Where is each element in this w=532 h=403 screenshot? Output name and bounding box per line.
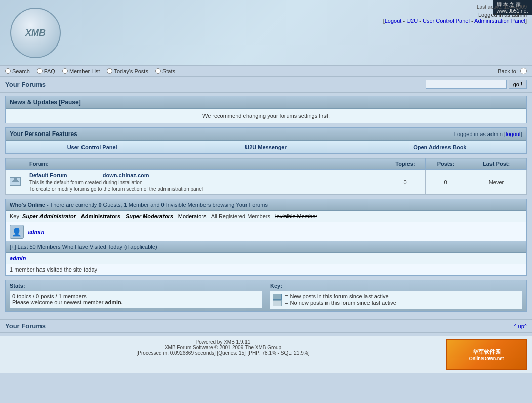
news-section-header: News & Updates [Pause] [6,96,526,109]
todays-posts-radio[interactable] [107,68,112,74]
key-admin: Administrators [81,213,120,219]
forum-posts-cell: 0 [426,170,466,195]
back-to-radio[interactable] [520,68,527,74]
visited-admin-link[interactable]: admin [10,255,26,261]
stats-newest-member: admin. [105,299,122,305]
personal-features-header: Your Personal Features Logged in as admi… [6,128,526,141]
key-label: Key: [10,213,22,219]
stats-title: Stats: [10,283,262,289]
key-super-mod: Super Moderators [126,213,173,219]
member-list-nav-label: Member List [69,68,100,74]
ucp-link[interactable]: User Control Panel [423,18,470,24]
forum-search-button[interactable]: go!! [509,80,527,89]
personal-feature-buttons: User Control Panel U2U Messenger Open Ad… [6,141,526,153]
footer: 华军软件园 OnlineDown.net Powered by XMB 1.9.… [0,336,532,373]
navbar: Search FAQ Member List Today's Posts Sta… [0,66,532,77]
no-new-posts-label: = No new posts in this forum since last … [285,300,396,306]
todays-posts-nav-item[interactable]: Today's Posts [107,68,148,74]
whos-online-header: Who's Online - There are currently 0 Gue… [6,199,526,211]
stats-nav-label: Stats [162,68,175,74]
u2u-button[interactable]: U2U Messenger [179,141,353,153]
forum-table-forum-header: Forum: [25,158,385,170]
stats-line: 0 topics / 0 posts / 1 members [12,293,87,299]
header-right: Last active: 10-4-2009 Logged in as admi… [383,4,527,24]
member-list-radio[interactable] [62,68,68,74]
header-logo: XMB [10,8,61,58]
u2u-link[interactable]: U2U [406,18,418,24]
forum-table-body: Default Forum down.chinaz.com This is th… [6,170,527,195]
personal-features-section: Your Personal Features Logged in as admi… [5,127,527,154]
personal-features-title: Your Personal Features [10,130,77,138]
key-sep-3: - [175,213,178,219]
news-section-body: We recommend changing your forums settin… [6,109,526,123]
main-content: News & Updates [Pause] We recommend chan… [0,93,532,319]
stats-nav-item[interactable]: Stats [155,68,175,74]
forum-table-lastpost-header: Last Post: [466,158,527,170]
search-nav-item[interactable]: Search [5,68,30,74]
key-super-admin: Super Administrator [22,213,76,219]
user-avatar-icon: 👤 [10,225,24,239]
stats-right: Key: = New posts in this forum since las… [266,280,526,311]
key-invisible: Invisible Member [275,213,317,219]
personal-login-status: Logged in as admin [logout] [454,131,522,137]
ucp-button[interactable]: User Control Panel [6,141,179,153]
nav-left: Search FAQ Member List Today's Posts Sta… [5,68,175,74]
forum-desc-1: This is the default forum created during… [29,180,381,185]
stats-radio[interactable] [155,68,161,74]
up-link[interactable]: ^ up^ [514,323,527,329]
forum-search-input[interactable] [426,80,507,89]
stats-section: Stats: 0 topics / 0 posts / 1 members Pl… [5,280,527,312]
visited-today-body: admin [6,253,526,264]
no-new-posts-key: = No new posts in this forum since last … [273,300,520,306]
whos-online-key: Key: Super Administrator - Administrator… [6,211,526,222]
stats-key-content: = New posts in this forum since last act… [270,291,522,309]
admin-panel-link[interactable]: Administration Panel [474,18,525,24]
forum-envelope-icon [10,177,21,186]
bottom-logo-text: 华军软件园 OnlineDown.net [469,348,504,361]
bottom-title: Your Forums [5,322,46,330]
logout-link[interactable]: Logout [385,18,402,24]
key-mod: Moderators [178,213,207,219]
logo-image: XMB [10,8,61,58]
key-sep-2: - [122,213,126,219]
personal-logout-link[interactable]: logout [506,131,521,137]
bottom-logo: 华军软件园 OnlineDown.net [446,339,527,370]
bottom-bar: Your Forums ^ up^ [0,319,532,333]
logged-in-text: Logged in as admin [478,12,527,18]
search-radio[interactable] [5,68,11,74]
faq-nav-item[interactable]: FAQ [37,68,55,74]
no-new-posts-icon [273,300,282,306]
member-list-nav-item[interactable]: Member List [62,68,100,74]
whos-online-section: Who's Online - There are currently 0 Gue… [5,199,527,276]
table-row: Default Forum down.chinaz.com This is th… [6,170,527,195]
forum-icon-cell [6,170,25,195]
new-posts-label: = New posts in this forum since last act… [285,293,389,299]
whos-online-title: Who's Online [10,202,45,208]
stats-content: 0 topics / 0 posts / 1 members Please we… [10,291,262,308]
forum-table-posts-header: Posts: [426,158,466,170]
footer-content: 华军软件园 OnlineDown.net Powered by XMB 1.9.… [5,339,527,370]
visited-count: 1 member has visited the site today [6,264,526,275]
forum-table: Forum: Topics: Posts: Last Post: Default… [5,158,527,195]
forum-info-cell: Default Forum down.chinaz.com This is th… [25,170,385,195]
last-50-expand[interactable]: [+] Last 50 Members Who Have Visited Tod… [6,241,526,253]
stats-left: Stats: 0 topics / 0 posts / 1 members Pl… [6,280,266,311]
online-username[interactable]: admin [28,229,44,235]
stats-key-title: Key: [270,283,522,289]
stats-newest-label: Please welcome our newest member [12,299,103,305]
forum-desc-2: To create or modify forums go to the for… [29,186,381,192]
forum-name: Default Forum down.chinaz.com [29,172,381,178]
todays-posts-nav-label: Today's Posts [114,68,148,74]
forum-table-icon-header [6,158,25,170]
key-sep-1: - [77,213,81,219]
forum-title-bar: Your Forums go!! [0,77,532,93]
faq-radio[interactable] [37,68,43,74]
forum-table-header-row: Forum: Topics: Posts: Last Post: [6,158,527,170]
news-section: News & Updates [Pause] We recommend chan… [5,96,527,123]
last-active-text: Last active: 10-4-2009 [383,4,527,10]
address-book-button[interactable]: Open Address Book [353,141,526,153]
online-user-row: 👤 admin [6,222,526,241]
back-to-label: Back to: [498,68,518,74]
new-posts-key: = New posts in this forum since last act… [273,293,520,300]
new-posts-icon [273,294,282,300]
